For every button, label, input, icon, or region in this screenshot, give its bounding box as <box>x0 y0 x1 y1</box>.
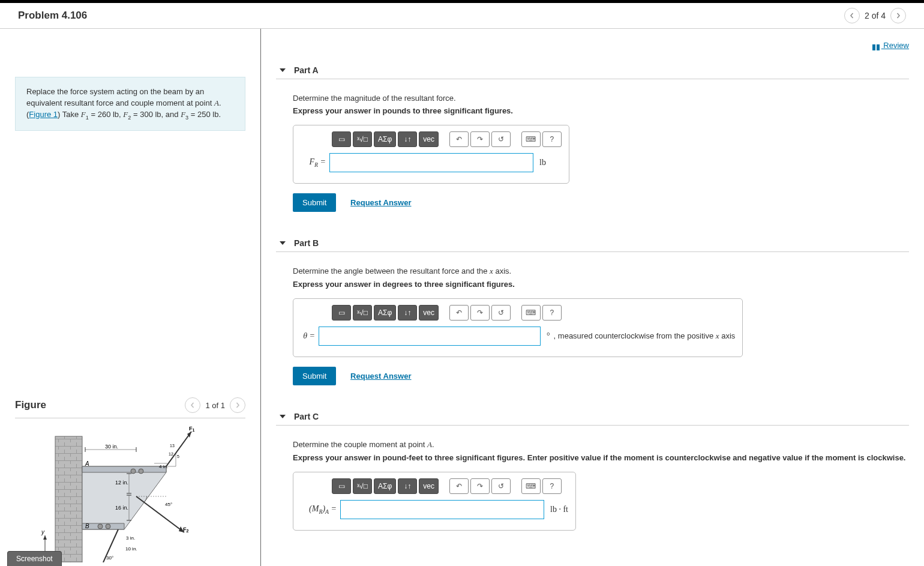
part-b-request-answer-link[interactable]: Request Answer <box>350 372 411 381</box>
subsup-button[interactable]: ↓↑ <box>398 305 417 321</box>
svg-text:F2: F2 <box>183 526 189 533</box>
reset-button[interactable]: ↺ <box>491 305 511 321</box>
screenshot-tooltip: Screenshot <box>7 551 62 566</box>
svg-text:B: B <box>85 523 89 529</box>
part-b-note: , measured counterclockwise from the pos… <box>554 331 736 341</box>
redo-button[interactable]: ↷ <box>470 478 490 494</box>
header: Problem 4.106 2 of 4 <box>0 3 924 29</box>
svg-text:F1: F1 <box>189 426 195 432</box>
svg-point-8 <box>106 524 110 529</box>
part-c: Part C Determine the couple moment at po… <box>276 408 909 531</box>
part-c-variable: (MR)A = <box>301 504 337 515</box>
part-a-submit-button[interactable]: Submit <box>293 193 336 212</box>
svg-point-7 <box>98 524 103 529</box>
keyboard-button[interactable]: ⌨ <box>521 305 541 321</box>
part-b-variable: θ = <box>301 331 315 341</box>
part-a-input[interactable] <box>329 153 533 172</box>
svg-text:3 in.: 3 in. <box>126 535 135 541</box>
part-c-answer-box: ▭ ᵡ√□ ΑΣφ ↓↑ vec ↶ ↷ ↺ ⌨ ? (MR)A <box>293 472 576 531</box>
part-b-answer-box: ▭ ᵡ√□ ΑΣφ ↓↑ vec ↶ ↷ ↺ ⌨ ? θ = <box>293 298 743 357</box>
part-a-answer-box: ▭ ᵡ√□ ΑΣφ ↓↑ vec ↶ ↷ ↺ ⌨ ? FR = <box>293 125 569 184</box>
part-b-submit-button[interactable]: Submit <box>293 367 336 385</box>
right-panel: Review Part A Determine the magnitude of… <box>261 29 924 566</box>
template-button[interactable]: ▭ <box>332 478 351 494</box>
subsup-button[interactable]: ↓↑ <box>398 131 417 147</box>
undo-button[interactable]: ↶ <box>449 478 469 494</box>
svg-point-6 <box>139 469 143 474</box>
svg-rect-44 <box>877 44 880 50</box>
figure-image: F1 13 5 12 F2 45° 30° <box>15 424 245 562</box>
svg-text:12: 12 <box>169 452 173 456</box>
part-a-request-answer-link[interactable]: Request Answer <box>350 198 411 207</box>
part-c-input[interactable] <box>340 500 544 519</box>
help-button[interactable]: ? <box>542 478 562 494</box>
greek-button[interactable]: ΑΣφ <box>374 478 396 494</box>
vec-button[interactable]: vec <box>419 305 439 321</box>
reset-button[interactable]: ↺ <box>491 131 511 147</box>
help-button[interactable]: ? <box>542 131 562 147</box>
chevron-down-icon <box>280 415 286 418</box>
figure-title: Figure <box>15 399 185 411</box>
part-c-header[interactable]: Part C <box>276 408 909 426</box>
undo-button[interactable]: ↶ <box>449 305 469 321</box>
chevron-down-icon <box>280 68 286 72</box>
part-a: Part A Determine the magnitude of the re… <box>276 62 909 212</box>
redo-button[interactable]: ↷ <box>470 305 490 321</box>
reset-button[interactable]: ↺ <box>491 478 511 494</box>
part-c-format: Express your answer in pound-feet to thr… <box>293 453 909 462</box>
keyboard-button[interactable]: ⌨ <box>521 131 541 147</box>
part-a-variable: FR = <box>301 157 326 168</box>
figure-section: Figure 1 of 1 <box>0 393 260 562</box>
redo-button[interactable]: ↷ <box>470 131 490 147</box>
svg-text:y: y <box>41 529 45 535</box>
svg-text:12 in.: 12 in. <box>115 480 128 486</box>
figure-next-button[interactable] <box>230 397 245 413</box>
part-a-unit: lb <box>539 158 546 167</box>
part-b-instruction: Determine the angle between the resultan… <box>293 266 909 276</box>
problem-title: Problem 4.106 <box>18 10 844 22</box>
problem-description: Replace the force system acting on the b… <box>15 77 245 131</box>
root-button[interactable]: ᵡ√□ <box>353 478 372 494</box>
template-button[interactable]: ▭ <box>332 131 351 147</box>
problem-counter: 2 of 4 <box>865 11 886 20</box>
svg-rect-43 <box>872 44 875 50</box>
greek-button[interactable]: ΑΣφ <box>374 305 396 321</box>
part-a-format: Express your answer in pounds to three s… <box>293 106 909 115</box>
equation-toolbar: ▭ ᵡ√□ ΑΣφ ↓↑ vec ↶ ↷ ↺ ⌨ ? <box>332 131 562 147</box>
svg-text:45°: 45° <box>165 502 172 507</box>
svg-point-5 <box>131 469 136 474</box>
part-b-unit: ° <box>547 331 550 341</box>
part-b-header[interactable]: Part B <box>276 235 909 252</box>
keyboard-button[interactable]: ⌨ <box>521 478 541 494</box>
vec-button[interactable]: vec <box>419 131 439 147</box>
greek-button[interactable]: ΑΣφ <box>374 131 396 147</box>
part-b: Part B Determine the angle between the r… <box>276 235 909 385</box>
subsup-button[interactable]: ↓↑ <box>398 478 417 494</box>
svg-text:16 in.: 16 in. <box>115 505 128 511</box>
figure-counter: 1 of 1 <box>205 401 225 410</box>
chevron-down-icon <box>280 241 286 245</box>
review-link[interactable]: Review <box>872 41 909 50</box>
undo-button[interactable]: ↶ <box>449 131 469 147</box>
part-c-instruction: Determine the couple moment at point A. <box>293 440 909 450</box>
equation-toolbar: ▭ ᵡ√□ ΑΣφ ↓↑ vec ↶ ↷ ↺ ⌨ ? <box>332 305 735 321</box>
svg-marker-42 <box>43 535 47 540</box>
figure-link[interactable]: Figure 1 <box>29 110 58 119</box>
vec-button[interactable]: vec <box>419 478 439 494</box>
svg-line-15 <box>136 496 184 532</box>
next-problem-button[interactable] <box>890 8 906 23</box>
figure-prev-button[interactable] <box>185 397 200 413</box>
root-button[interactable]: ᵡ√□ <box>353 131 372 147</box>
template-button[interactable]: ▭ <box>332 305 351 321</box>
svg-text:30 in.: 30 in. <box>105 444 118 450</box>
root-button[interactable]: ᵡ√□ <box>353 305 372 321</box>
part-a-header[interactable]: Part A <box>276 62 909 79</box>
equation-toolbar: ▭ ᵡ√□ ΑΣφ ↓↑ vec ↶ ↷ ↺ ⌨ ? <box>332 478 568 494</box>
svg-text:5: 5 <box>177 454 179 459</box>
svg-text:10 in.: 10 in. <box>125 546 137 552</box>
part-b-input[interactable] <box>319 327 541 346</box>
review-icon <box>872 43 880 49</box>
help-button[interactable]: ? <box>542 305 562 321</box>
prev-problem-button[interactable] <box>844 8 860 23</box>
svg-text:30°: 30° <box>106 555 113 561</box>
